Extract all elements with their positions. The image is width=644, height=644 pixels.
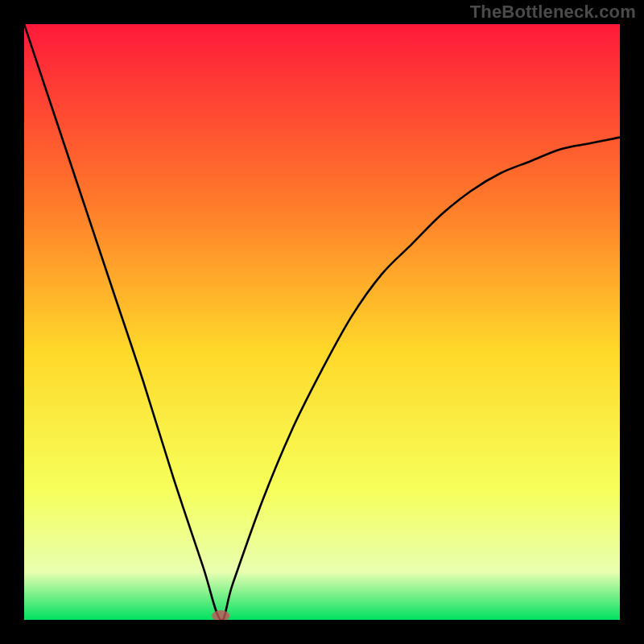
gradient-background bbox=[24, 24, 620, 620]
chart-container: TheBottleneck.com bbox=[0, 0, 644, 644]
watermark-text: TheBottleneck.com bbox=[470, 2, 636, 23]
chart-svg bbox=[24, 24, 620, 620]
plot-area bbox=[24, 24, 620, 620]
